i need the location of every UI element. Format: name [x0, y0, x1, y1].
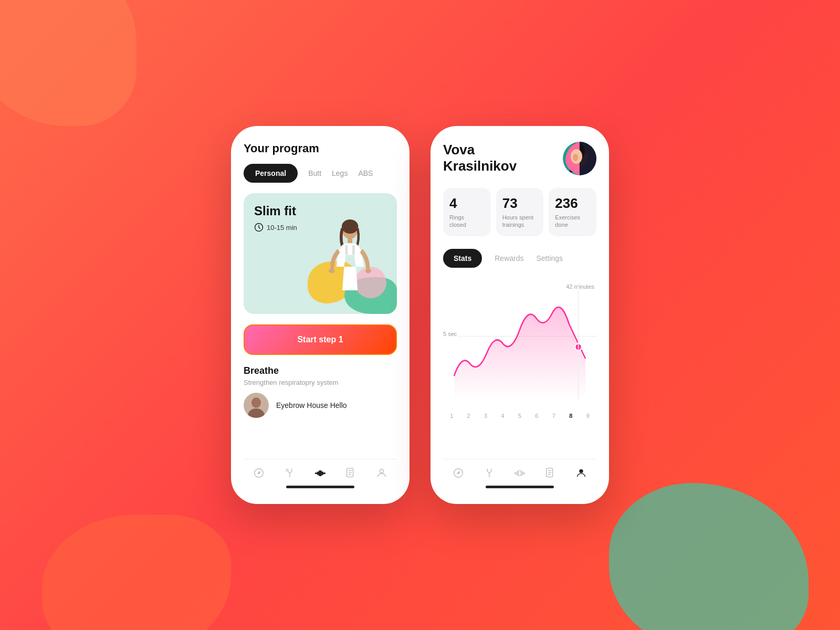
home-indicator-left: [286, 486, 354, 488]
start-button[interactable]: Start step 1: [244, 324, 397, 355]
stats-row: 4 Ringsclosed 73 Hours spenttrainings 23…: [443, 188, 596, 236]
workout-card: Slim fit 10-15 min: [244, 193, 397, 314]
nav-workout-icon[interactable]: [314, 467, 327, 479]
bg-blob-bottom-right: [609, 483, 808, 630]
workout-title: Slim fit: [254, 204, 386, 218]
svg-rect-4: [345, 245, 348, 255]
nav-profile-right-icon[interactable]: [575, 467, 587, 479]
svg-rect-13: [323, 472, 326, 474]
x-label-1: 1: [443, 413, 460, 419]
tabs-row-right: Stats Rewards Settings: [443, 249, 596, 268]
nav-profile-icon[interactable]: [375, 467, 388, 479]
right-phone: Vova Krasilnikov: [430, 126, 609, 504]
stat-card-hours: 73 Hours spenttrainings: [496, 188, 544, 236]
nav-doc-icon[interactable]: [344, 467, 357, 479]
stat-card-rings: 4 Ringsclosed: [443, 188, 491, 236]
nav-workout-right-icon[interactable]: [513, 467, 526, 479]
svg-point-6: [329, 268, 334, 273]
stat-rings-value: 4: [449, 195, 485, 212]
clock-icon: [254, 223, 264, 232]
nav-compass-right-icon[interactable]: [452, 467, 465, 479]
profile-name-block: Vova Krasilnikov: [443, 142, 517, 174]
avatar-svg: [244, 393, 269, 418]
svg-rect-15: [322, 471, 323, 475]
stat-hours-label: Hours spenttrainings: [502, 214, 538, 229]
tab-settings[interactable]: Settings: [536, 254, 563, 262]
profile-first-name: Vova: [443, 142, 517, 158]
tab-rewards[interactable]: Rewards: [495, 254, 523, 262]
stat-exercises-value: 236: [555, 195, 590, 212]
left-phone: Your program Personal Butt Legs ABS Slim…: [231, 126, 410, 504]
nav-food-icon[interactable]: [284, 467, 296, 479]
home-indicator-right: [486, 486, 554, 488]
nav-food-right-icon[interactable]: [483, 467, 496, 479]
x-label-3: 3: [477, 413, 494, 419]
tab-stats[interactable]: Stats: [443, 249, 482, 268]
bottom-nav-right: [443, 459, 596, 481]
svg-rect-5: [352, 245, 355, 255]
svg-point-2: [342, 219, 359, 234]
avatar-image: [563, 142, 596, 175]
tab-personal[interactable]: Personal: [244, 164, 298, 183]
profile-last-name: Krasilnikov: [443, 158, 517, 174]
svg-rect-14: [317, 471, 319, 475]
bg-blob-top-left: [0, 0, 136, 126]
tabs-row-left: Personal Butt Legs ABS: [244, 164, 397, 183]
page-title: Your program: [244, 142, 397, 155]
svg-point-7: [365, 268, 371, 273]
x-label-6: 6: [528, 413, 545, 419]
bottom-nav-left: [244, 459, 397, 481]
tab-abs[interactable]: ABS: [358, 169, 373, 177]
list-item-name: Eyebrow House Hello: [276, 401, 347, 410]
stat-card-exercises: 236 Exercisesdone: [549, 188, 596, 236]
svg-point-9: [251, 397, 261, 408]
svg-rect-34: [518, 470, 521, 476]
chart-container: 42 minutes 5 sec: [443, 278, 596, 459]
x-label-8: 8: [562, 413, 579, 419]
x-label-4: 4: [494, 413, 511, 419]
list-avatar: [244, 393, 269, 418]
svg-rect-12: [315, 472, 317, 474]
section-title: Breathe: [244, 365, 397, 376]
profile-header: Vova Krasilnikov: [443, 142, 596, 175]
stat-exercises-label: Exercisesdone: [555, 214, 590, 229]
nav-compass-icon[interactable]: [253, 467, 265, 479]
stat-hours-value: 73: [502, 195, 538, 212]
tab-butt[interactable]: Butt: [308, 169, 321, 177]
list-item: Eyebrow House Hello: [244, 393, 397, 418]
section-subtitle: Strengthen respiratopry system: [244, 379, 397, 386]
bg-blob-bottom-left: [42, 514, 231, 630]
phones-container: Your program Personal Butt Legs ABS Slim…: [231, 126, 609, 504]
nav-doc-right-icon[interactable]: [544, 467, 556, 479]
x-label-9: 9: [580, 413, 596, 419]
svg-rect-16: [319, 470, 322, 476]
stat-rings-label: Ringsclosed: [449, 214, 485, 229]
svg-point-36: [579, 469, 583, 473]
profile-avatar: [563, 142, 596, 175]
duration-text: 10-15 min: [267, 224, 297, 232]
x-label-7: 7: [545, 413, 562, 419]
chart-x-labels: 1 2 3 4 5 6 7 8 9: [443, 410, 596, 419]
svg-point-18: [380, 469, 383, 473]
tab-legs[interactable]: Legs: [332, 169, 348, 177]
x-label-2: 2: [460, 413, 477, 419]
svg-point-26: [573, 154, 578, 161]
chart-area-svg: [443, 284, 596, 399]
figure-svg: [313, 219, 381, 314]
workout-figure: [313, 219, 392, 314]
x-label-5: 5: [511, 413, 528, 419]
